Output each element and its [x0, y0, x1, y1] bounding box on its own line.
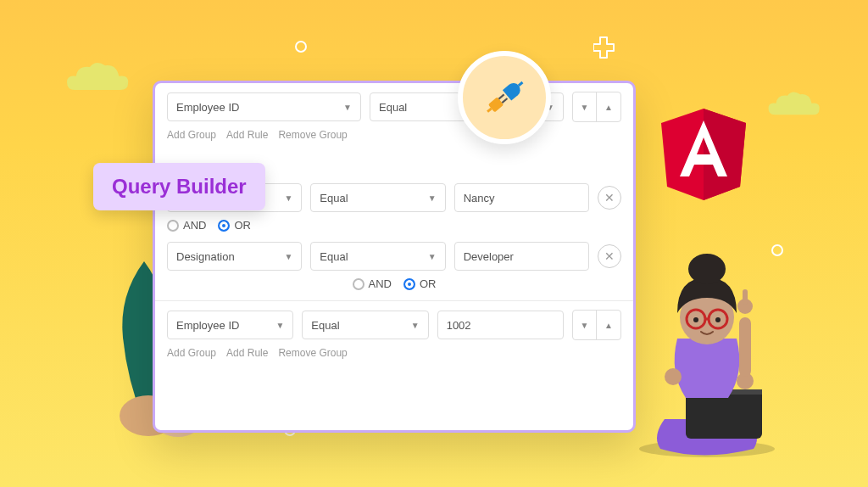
svg-point-10 [665, 368, 682, 385]
and-radio[interactable]: AND [353, 277, 392, 290]
field-value: Employee ID [176, 101, 239, 114]
divider [155, 300, 633, 301]
value-stepper[interactable]: ▼▲ [572, 310, 621, 340]
value-text: 1002 [447, 319, 471, 332]
value-input[interactable]: 1002 [437, 311, 564, 339]
field-select[interactable]: Employee ID▼ [167, 311, 293, 339]
or-radio[interactable]: OR [403, 277, 437, 290]
radio-icon [403, 278, 415, 290]
chevron-down-icon[interactable]: ▼ [573, 92, 597, 121]
value-stepper[interactable]: ▼▲ [572, 92, 621, 122]
value-input[interactable]: Nancy [454, 183, 589, 212]
value-text: Developer [464, 250, 514, 263]
remove-group-link[interactable]: Remove Group [278, 347, 347, 359]
chevron-down-icon: ▼ [411, 321, 420, 330]
chevron-down-icon: ▼ [428, 193, 437, 203]
chevron-down-icon: ▼ [284, 252, 292, 261]
svg-line-4 [498, 94, 504, 98]
radio-label: AND [369, 277, 392, 290]
add-rule-link[interactable]: Add Rule [226, 347, 268, 359]
svg-rect-14 [743, 289, 748, 305]
operator-select[interactable]: Equal▼ [310, 183, 445, 212]
value-text: Nancy [464, 192, 495, 204]
chevron-up-icon[interactable]: ▲ [597, 311, 620, 339]
chevron-down-icon[interactable]: ▼ [573, 311, 597, 339]
or-radio[interactable]: OR [218, 219, 251, 232]
close-icon: ✕ [604, 249, 615, 263]
chevron-down-icon: ▼ [284, 193, 292, 203]
add-rule-link[interactable]: Add Rule [226, 129, 268, 141]
svg-rect-12 [739, 317, 751, 377]
remove-rule-button[interactable]: ✕ [598, 244, 621, 268]
character-illustration [626, 237, 787, 457]
field-select[interactable]: Employee ID▼ [167, 92, 361, 121]
svg-line-6 [519, 82, 523, 86]
remove-group-link[interactable]: Remove Group [278, 129, 347, 141]
operator-select[interactable]: Equal▼ [302, 311, 428, 339]
radio-icon [353, 278, 364, 290]
cloud-decoration [762, 89, 826, 121]
operator-value: Equal [311, 319, 339, 332]
remove-rule-button[interactable]: ✕ [598, 186, 621, 210]
title-tag: Query Builder [93, 163, 265, 210]
angular-logo [661, 109, 746, 200]
add-group-link[interactable]: Add Group [167, 129, 216, 141]
add-group-link[interactable]: Add Group [167, 347, 216, 359]
plus-outline-decoration [593, 34, 620, 61]
and-radio[interactable]: AND [167, 219, 206, 232]
radio-label: OR [420, 277, 437, 290]
chevron-down-icon: ▼ [428, 252, 437, 261]
radio-icon [218, 220, 230, 232]
svg-line-3 [487, 109, 492, 112]
value-input[interactable]: Developer [454, 242, 589, 271]
radio-icon [167, 220, 179, 232]
operator-value: Equal [379, 101, 407, 114]
circle-decoration [295, 41, 307, 53]
close-icon: ✕ [604, 191, 615, 204]
field-value: Designation [176, 250, 235, 263]
chevron-down-icon: ▼ [275, 321, 284, 330]
field-select[interactable]: Designation▼ [167, 242, 302, 271]
svg-point-16 [688, 254, 726, 284]
operator-value: Equal [320, 192, 348, 204]
svg-line-5 [502, 98, 507, 103]
field-value: Employee ID [176, 319, 239, 332]
query-builder-panel: Employee ID▼ Equal▼ ▼▲ Add Group Add Rul… [153, 81, 636, 433]
operator-select[interactable]: Equal▼ [310, 242, 445, 271]
radio-label: AND [183, 219, 206, 232]
radio-label: OR [234, 219, 251, 232]
svg-point-20 [693, 317, 698, 322]
plug-badge-icon [458, 51, 551, 144]
operator-value: Equal [320, 250, 348, 263]
cloud-decoration [59, 59, 136, 98]
svg-point-21 [715, 317, 721, 322]
chevron-up-icon[interactable]: ▲ [597, 92, 620, 121]
chevron-down-icon: ▼ [343, 103, 352, 112]
